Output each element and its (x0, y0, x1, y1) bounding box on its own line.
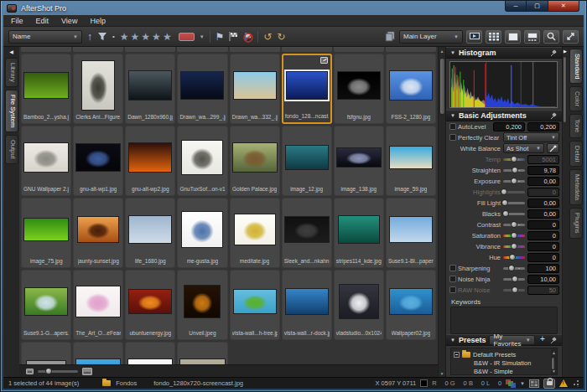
slider-handle[interactable] (512, 167, 518, 173)
slider[interactable] (503, 176, 525, 186)
no-rating-dot-icon[interactable]: • (112, 32, 115, 42)
value-box[interactable]: 10,00 (527, 275, 559, 284)
menu-item-view[interactable]: View (61, 17, 77, 25)
tab-library[interactable]: Library (5, 58, 18, 87)
tab-plugins[interactable]: Plugins (569, 208, 583, 239)
slider-handle[interactable] (502, 210, 509, 217)
thumbnail-cell[interactable]: vladstudio...0x1024.jpg (334, 270, 384, 340)
magnifier-icon[interactable] (543, 30, 559, 44)
soft-proofing-icon[interactable] (529, 379, 539, 388)
panel-collapse-left-icon[interactable]: ◀ (9, 49, 13, 55)
thumbnail-cell[interactable]: Clerks Ani...Figure.jpg (73, 54, 123, 124)
add-preset-button[interactable]: + (538, 335, 547, 345)
value-box[interactable]: 50 (527, 286, 559, 295)
slider-handle[interactable] (512, 276, 518, 282)
title-bar[interactable]: AfterShot Pro (1, 1, 586, 15)
thumbnail-cell[interactable]: image_138.jpg (334, 126, 384, 196)
thumbnail-cell[interactable]: Sleek_and...nkahn.jpg (282, 198, 332, 268)
combo-view-icon[interactable] (524, 30, 540, 44)
thumbnail-size-slider-handle[interactable] (45, 368, 52, 374)
slider-handle[interactable] (511, 232, 517, 239)
slider[interactable] (503, 219, 525, 230)
star-rating-filter[interactable]: ★★★★★ (120, 31, 174, 43)
thumbnail-cell[interactable]: ubuntuenergy.jpg (125, 270, 175, 340)
scroll-down-icon[interactable]: ▼ (440, 369, 444, 377)
thumbnail-cell[interactable]: image_75.jpg (21, 198, 71, 268)
slider-handle[interactable] (511, 221, 517, 228)
thumbnail-cell[interactable]: vista-wall...h-tree.jpg (230, 270, 280, 340)
thumbnail-cell[interactable]: Unveil.jpeg (177, 270, 227, 340)
thumbnail-cell[interactable] (177, 342, 227, 364)
thumbnail-cell[interactable]: vista-wall...r-dock.jpg (282, 270, 332, 340)
thumbnail-cell[interactable]: The_Art_O...eFear.jpg (73, 270, 123, 340)
value-box[interactable]: 0 (527, 231, 559, 240)
slider[interactable] (503, 154, 525, 164)
slider-handle[interactable] (511, 243, 517, 250)
color-label-swatch[interactable] (179, 33, 195, 41)
slider-handle[interactable] (501, 188, 507, 195)
value-box[interactable]: 0 (527, 253, 559, 262)
tab-metadata[interactable]: Metadata (569, 169, 583, 205)
presets-favorites-select[interactable]: My Favorites▼ (489, 335, 534, 345)
star-icon[interactable]: ★ (152, 31, 163, 43)
thumbnail-cell[interactable] (21, 342, 71, 364)
warning-icon[interactable] (559, 379, 568, 387)
rotate-left-icon[interactable]: ↺ (263, 31, 272, 43)
thumbnail-cell[interactable]: FSS-2_1280.jpg (386, 54, 436, 124)
sort-field-select[interactable]: Name▼ (8, 30, 82, 44)
slider[interactable] (503, 274, 525, 284)
slider-handle[interactable] (511, 156, 517, 162)
tab-file-system[interactable]: File System (5, 90, 18, 132)
tree-collapse-icon[interactable] (454, 352, 460, 358)
checkbox[interactable] (449, 265, 456, 271)
thumbnail-cell[interactable]: me-gusta.jpg (177, 198, 227, 268)
thumbnail-cell[interactable]: image_12.jpg (282, 126, 332, 196)
panel-collapse-right-icon[interactable]: ▶ (564, 47, 567, 54)
pin-icon[interactable] (550, 47, 558, 60)
thumbnail-cell[interactable]: Drawn_wa...299_.jpg (177, 54, 227, 124)
chevron-down-icon[interactable]: ▼ (520, 379, 525, 387)
thumbnail-small-icon[interactable] (26, 369, 34, 374)
panel-scrollbar-thumb[interactable] (563, 56, 567, 123)
value-box[interactable]: 0 (527, 188, 559, 197)
value-box[interactable]: 0,200 (527, 122, 559, 132)
histogram-panel-header[interactable]: ▼ Histogram (446, 47, 562, 59)
presets-panel-header[interactable]: ▼ Presets My Favorites▼ + (446, 334, 562, 346)
grid-scrollbar-track[interactable] (439, 54, 445, 369)
dropdown-select[interactable]: Tint Off▼ (503, 132, 559, 142)
preset-item[interactable]: B&W - IR Simulation (454, 358, 551, 367)
menu-item-help[interactable]: Help (90, 17, 106, 25)
color-label-dropdown-icon[interactable]: ▼ (200, 32, 205, 42)
close-button[interactable]: ✕ (548, 1, 579, 12)
slider[interactable] (503, 209, 525, 219)
current-folder[interactable]: Fondos (116, 379, 137, 387)
thumbnail-cell[interactable]: jaunty-sunset.jpg (73, 198, 123, 268)
resize-grip[interactable] (572, 380, 579, 387)
color-profile-icon[interactable] (506, 379, 516, 388)
thumbnail-cell[interactable]: fondo_128...ncast.jpg (282, 54, 332, 124)
slider[interactable] (503, 187, 525, 197)
tab-color[interactable]: Color (569, 86, 583, 111)
grid-scrollbar[interactable]: ▲ ▼ (438, 47, 445, 377)
value-box[interactable]: 0,200 (493, 122, 525, 132)
thumbnail-cell[interactable]: Wallpaper02.jpg (386, 270, 436, 340)
tab-output[interactable]: Output (5, 135, 18, 164)
value-box[interactable]: 0,00 (527, 199, 559, 208)
collapse-triangle-icon[interactable]: ▼ (450, 50, 455, 55)
slider-handle[interactable] (508, 265, 515, 271)
flag-icon[interactable]: ⚑ (216, 32, 225, 42)
menu-item-file[interactable]: File (11, 17, 23, 25)
slider-handle[interactable] (512, 286, 518, 293)
slider-handle[interactable] (509, 254, 516, 260)
star-icon[interactable]: ★ (163, 31, 174, 43)
thumbnail-grid-view-icon[interactable] (486, 30, 501, 44)
value-box[interactable]: 0,00 (527, 209, 559, 219)
sort-ascending-icon[interactable]: ↑ (87, 32, 92, 42)
slider[interactable] (503, 252, 525, 262)
slider-handle[interactable] (501, 199, 508, 206)
lock-icon[interactable] (543, 379, 555, 389)
value-box[interactable]: 9,78 (527, 166, 559, 175)
keywords-input[interactable] (450, 307, 558, 334)
thumbnail-cell[interactable]: meditate.jpg (230, 198, 280, 268)
thumbnail-cell[interactable]: GnuTuxSof...on-v1.jpg (177, 126, 227, 196)
